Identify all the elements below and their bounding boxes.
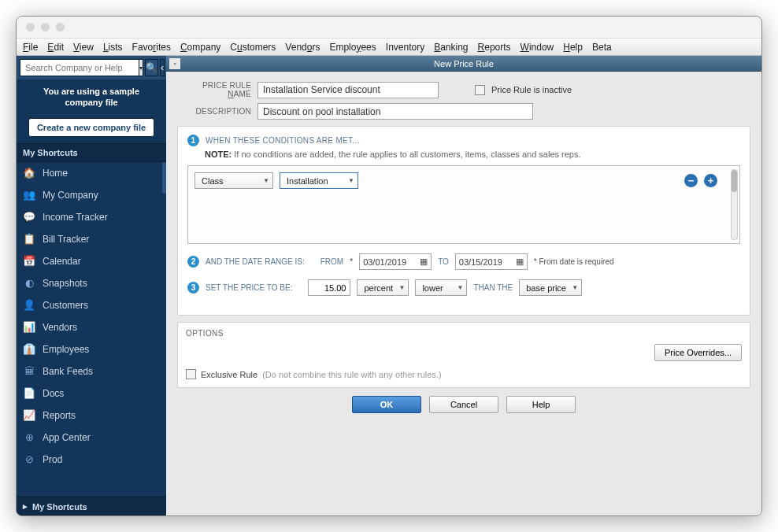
sidebar-item-label: Income Tracker — [43, 212, 108, 223]
search-input[interactable] — [20, 59, 139, 76]
shortcuts-expand-icon: ▸ — [23, 501, 28, 512]
collapse-sidebar-button[interactable]: ‹ — [160, 59, 165, 76]
step-3-badge: 3 — [187, 282, 199, 294]
sidebar-item-docs[interactable]: 📄Docs — [17, 382, 166, 405]
chevron-down-icon: ▼ — [348, 177, 354, 184]
sidebar-item-label: Snapshots — [43, 278, 87, 289]
menu-file[interactable]: File — [23, 42, 38, 53]
inactive-label: Price Rule is inactive — [491, 85, 572, 94]
calendar-icon: ▦ — [516, 257, 524, 267]
condition-field-dropdown[interactable]: Class▼ — [194, 172, 273, 189]
menu-lists[interactable]: Lists — [103, 42, 123, 53]
modal-title: New Price Rule — [434, 59, 494, 68]
employees-icon: 👔 — [23, 343, 35, 356]
help-button[interactable]: Help — [506, 396, 576, 413]
sidebar-item-my-company[interactable]: 👥My Company — [17, 184, 166, 206]
basis-dropdown[interactable]: base price▼ — [519, 279, 582, 296]
condition-value-dropdown[interactable]: Installation▼ — [280, 172, 358, 189]
sidebar: ▾ 🔍 ‹ You are using a sample company fil… — [17, 56, 166, 515]
chevron-down-icon: ▼ — [572, 284, 578, 291]
zoom-icon[interactable] — [56, 23, 65, 31]
docs-icon: 📄 — [23, 387, 35, 400]
menu-favorites[interactable]: Favorites — [132, 42, 171, 53]
amount-input[interactable] — [308, 279, 350, 296]
sidebar-scrollbar[interactable] — [162, 162, 166, 194]
menu-banking[interactable]: Banking — [434, 42, 468, 53]
search-button[interactable]: 🔍 — [145, 59, 158, 76]
inactive-checkbox[interactable] — [475, 85, 485, 95]
unit-dropdown[interactable]: percent▼ — [357, 279, 409, 296]
conditions-scrollbar[interactable] — [731, 169, 738, 240]
home-icon: 🏠 — [23, 167, 35, 179]
chevron-left-icon: ‹ — [161, 62, 164, 73]
sidebar-item-employees[interactable]: 👔Employees — [17, 338, 166, 360]
sidebar-item-label: App Center — [43, 432, 91, 443]
sidebar-item-bank-feeds[interactable]: 🏛Bank Feeds — [17, 360, 166, 382]
menu-inventory[interactable]: Inventory — [386, 42, 424, 53]
menu-vendors[interactable]: Vendors — [285, 42, 320, 53]
shortcuts-header: My Shortcuts — [17, 143, 166, 162]
main-content: ▫ New Price Rule PRICE RULE NAME Price R… — [166, 56, 761, 515]
app-window: File Edit View Lists Favorites Company C… — [16, 16, 762, 516]
add-condition-button[interactable]: + — [704, 174, 717, 187]
menu-customers[interactable]: Customers — [230, 42, 276, 53]
exclusive-rule-hint: (Do not combine this rule with any other… — [262, 370, 441, 379]
menu-beta[interactable]: Beta — [592, 42, 612, 53]
sidebar-item-customers[interactable]: 👤Customers — [17, 294, 166, 316]
shortcuts-header-2[interactable]: ▸ My Shortcuts — [17, 497, 166, 515]
menu-edit[interactable]: Edit — [47, 42, 64, 53]
calendar-icon: ▦ — [420, 257, 428, 267]
sidebar-item-label: Calendar — [43, 256, 81, 267]
sidebar-item-label: Reports — [43, 410, 76, 421]
sidebar-item-home[interactable]: 🏠Home — [17, 162, 166, 184]
menu-company[interactable]: Company — [180, 42, 220, 53]
menubar: File Edit View Lists Favorites Company C… — [17, 39, 761, 56]
description-input[interactable] — [257, 103, 533, 120]
sidebar-item-label: My Company — [43, 190, 98, 201]
chevron-down-icon: ▼ — [457, 284, 463, 291]
app-center-icon: ⊕ — [23, 431, 35, 444]
step-3-header: SET THE PRICE TO BE: — [206, 283, 292, 292]
sidebar-item-bill-tracker[interactable]: 📋Bill Tracker — [17, 228, 166, 250]
calendar-icon: 📅 — [23, 255, 35, 268]
sidebar-item-snapshots[interactable]: ◐Snapshots — [17, 272, 166, 294]
menu-reports[interactable]: Reports — [478, 42, 511, 53]
sidebar-item-calendar[interactable]: 📅Calendar — [17, 250, 166, 272]
to-date-input[interactable]: 03/15/2019▦ — [455, 253, 528, 270]
expand-icon[interactable]: ▫ — [169, 58, 180, 69]
sidebar-item-label: Customers — [43, 300, 88, 311]
conditions-box: Class▼ Installation▼ − + — [187, 165, 740, 244]
sidebar-item-vendors[interactable]: 📊Vendors — [17, 316, 166, 338]
price-rule-name-input[interactable] — [257, 82, 439, 98]
exclusive-rule-checkbox[interactable] — [186, 369, 196, 379]
exclusive-rule-label: Exclusive Rule — [201, 370, 257, 379]
minimize-icon[interactable] — [41, 23, 50, 31]
create-company-file-button[interactable]: Create a new company file — [28, 118, 154, 137]
prod-icon: ⊘ — [23, 453, 35, 466]
menu-window[interactable]: Window — [521, 42, 554, 53]
from-date-input[interactable]: 03/01/2019▦ — [359, 253, 432, 270]
remove-condition-button[interactable]: − — [684, 174, 698, 187]
from-required-note: From date is required — [534, 257, 614, 266]
menu-help[interactable]: Help — [563, 42, 583, 53]
search-icon: 🔍 — [146, 62, 157, 73]
ok-button[interactable]: OK — [352, 396, 421, 413]
sidebar-item-app-center[interactable]: ⊕App Center — [17, 427, 166, 449]
search-scope-dropdown[interactable]: ▾ — [139, 59, 143, 76]
sidebar-item-prod[interactable]: ⊘Prod — [17, 449, 166, 471]
price-overrides-button[interactable]: Price Overrides... — [654, 344, 742, 361]
sample-file-notice: You are using a sample company file — [17, 79, 166, 115]
close-icon[interactable] — [26, 23, 35, 31]
description-label: DESCRIPTION — [177, 107, 251, 116]
sidebar-item-label: Bill Tracker — [43, 234, 89, 245]
direction-dropdown[interactable]: lower▼ — [415, 279, 467, 296]
menu-view[interactable]: View — [73, 42, 94, 53]
sidebar-item-label: Home — [43, 168, 68, 179]
chevron-down-icon: ▼ — [263, 177, 269, 184]
cancel-button[interactable]: Cancel — [429, 396, 498, 413]
name-label: PRICE RULE NAME — [177, 81, 251, 98]
options-header: OPTIONS — [178, 323, 750, 338]
sidebar-item-reports[interactable]: 📈Reports — [17, 405, 166, 427]
sidebar-item-income-tracker[interactable]: 💬Income Tracker — [17, 206, 166, 228]
menu-employees[interactable]: Employees — [329, 42, 376, 53]
